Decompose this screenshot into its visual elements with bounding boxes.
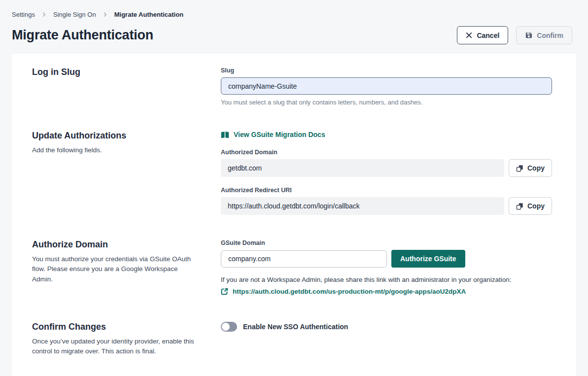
copy-button-label: Copy <box>527 164 545 172</box>
toggle-knob <box>222 323 230 331</box>
x-icon <box>466 32 472 38</box>
breadcrumb-single-sign-on[interactable]: Single Sign On <box>53 11 96 18</box>
copy-redirect-uri-button[interactable]: Copy <box>509 197 552 215</box>
section-confirm-changes: Confirm Changes Once you’ve updated your… <box>32 322 552 357</box>
chevron-right-icon <box>103 12 107 17</box>
redirect-uri-value: https://auth.cloud.getdbt.com/login/call… <box>221 197 504 215</box>
external-link-icon <box>221 288 228 295</box>
page-title: Migrate Authentication <box>12 28 153 43</box>
authorize-gsuite-button[interactable]: Authorize GSuite <box>391 250 465 268</box>
settings-card: Log in Slug Slug You must select a slug … <box>11 53 577 376</box>
copy-authorized-domain-button[interactable]: Copy <box>509 159 552 177</box>
confirm-button-label: Confirm <box>537 32 563 39</box>
copy-icon <box>516 165 523 172</box>
breadcrumb: Settings Single Sign On Migrate Authenti… <box>12 11 572 18</box>
slug-helper-text: You must select a slug that only contain… <box>221 99 552 106</box>
section-update-authorizations: Update Authorizations Add the following … <box>32 131 552 215</box>
gsuite-migration-docs-link-label: View GSuite Migration Docs <box>234 131 325 138</box>
confirm-button[interactable]: Confirm <box>516 26 572 44</box>
admin-share-link-label: https://auth.cloud.getdbt.com/us-product… <box>233 288 466 295</box>
section-title-login-slug: Log in Slug <box>32 67 221 77</box>
section-title-update-authorizations: Update Authorizations <box>32 131 221 141</box>
enable-sso-toggle[interactable] <box>221 322 237 332</box>
section-desc-confirm-changes: Once you’ve updated your identity provid… <box>32 337 195 357</box>
gsuite-migration-docs-link[interactable]: View GSuite Migration Docs <box>221 131 325 138</box>
chevron-right-icon <box>42 12 46 17</box>
section-login-slug: Log in Slug Slug You must select a slug … <box>32 67 552 106</box>
gsuite-domain-input[interactable] <box>221 250 387 268</box>
cancel-button[interactable]: Cancel <box>457 26 508 44</box>
slug-input[interactable] <box>221 77 552 95</box>
section-desc-authorize-domain: You must authorize your credentials via … <box>32 254 195 284</box>
admin-share-link[interactable]: https://auth.cloud.getdbt.com/us-product… <box>221 288 466 295</box>
breadcrumb-settings[interactable]: Settings <box>12 11 35 18</box>
enable-sso-toggle-label: Enable New SSO Authentication <box>243 323 348 331</box>
section-authorize-domain: Authorize Domain You must authorize your… <box>32 239 552 297</box>
redirect-uri-label: Authorized Redirect URI <box>221 187 552 194</box>
section-title-authorize-domain: Authorize Domain <box>32 239 221 250</box>
save-icon <box>525 32 532 39</box>
copy-icon <box>516 203 523 210</box>
section-desc-update-authorizations: Add the following fields. <box>32 145 195 155</box>
section-title-confirm-changes: Confirm Changes <box>32 322 221 332</box>
authorized-domain-label: Authorized Domain <box>221 149 552 156</box>
header-actions: Cancel Confirm <box>457 26 572 44</box>
copy-button-label: Copy <box>527 202 545 210</box>
gsuite-domain-label: GSuite Domain <box>221 239 552 246</box>
book-icon <box>221 131 229 138</box>
breadcrumb-migrate-authentication: Migrate Authentication <box>114 11 183 18</box>
page-header: Settings Single Sign On Migrate Authenti… <box>0 0 588 44</box>
slug-field-label: Slug <box>221 67 552 74</box>
authorized-domain-value: getdbt.com <box>221 159 504 177</box>
workspace-admin-note: If you are not a Workspace Admin, please… <box>221 276 552 283</box>
cancel-button-label: Cancel <box>477 32 499 39</box>
